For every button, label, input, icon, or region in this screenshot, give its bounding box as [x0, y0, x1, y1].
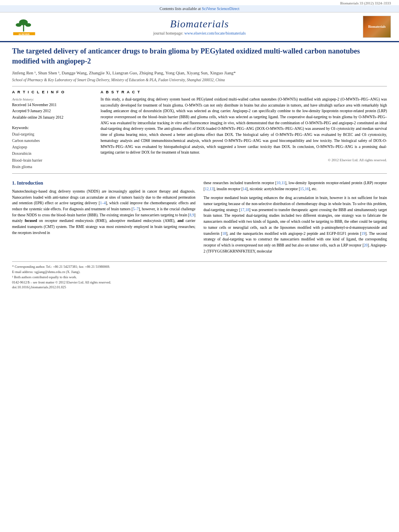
body-section: 1. Introduction Nanotechnology-based dru… [12, 180, 387, 258]
article-info-abstract-section: A R T I C L E I N F O Article history: R… [12, 90, 387, 170]
keyword-5: Blood–brain barrier [12, 157, 93, 164]
journal-title-area: Biomaterials journal homepage: www.elsev… [40, 18, 359, 35]
keywords-block: Keywords: Dual-targeting Carbon nanotube… [12, 125, 93, 170]
copyright-line: © 2012 Elsevier Ltd. All rights reserved… [101, 158, 387, 162]
abstract-heading: A B S T R A C T [101, 90, 387, 94]
journal-cover-image: Biomaterials [363, 16, 391, 38]
accepted-date: Accepted 9 January 2012 [12, 108, 93, 114]
journal-reference: Biomaterials 33 (2012) 3324–3333 [0, 0, 399, 5]
abstract-column: A B S T R A C T In this study, a dual-ta… [101, 90, 387, 170]
sciverse-banner: Contents lists available at SciVerse Sci… [0, 5, 399, 12]
elsevier-logo-area: ELSEVIER [8, 17, 40, 37]
abstract-text: In this study, a dual-targeting drug del… [101, 97, 387, 156]
footnote-corresponding: * Corresponding author. Tel.: +86 21 542… [12, 264, 387, 269]
keyword-6: Brain glioma [12, 164, 93, 170]
history-label: Article history: [12, 97, 93, 102]
intro-left-col: 1. Introduction Nanotechnology-based dru… [12, 180, 195, 258]
homepage-label: journal homepage: [153, 31, 183, 35]
cover-text: Biomaterials [368, 25, 386, 29]
available-date: Available online 26 January 2012 [12, 115, 93, 121]
homepage-link[interactable]: www.elsevier.com/locate/biomaterials [184, 31, 246, 35]
elsevier-logo-icon: ELSEVIER [10, 17, 38, 37]
article-history: Article history: Received 14 November 20… [12, 97, 93, 121]
journal-header: ELSEVIER Biomaterials journal homepage: … [0, 12, 399, 42]
journal-homepage: journal homepage: www.elsevier.com/locat… [40, 31, 359, 35]
contents-text: Contents lists available at [160, 6, 201, 11]
journal-ref-text: Biomaterials 33 (2012) 3324–3333 [340, 1, 391, 5]
header-divider [12, 86, 387, 86]
article-info-column: A R T I C L E I N F O Article history: R… [12, 90, 93, 170]
journal-title: Biomaterials [40, 18, 359, 30]
email-address: xgjiang@shmu.edu.cn (X. Jiang). [34, 270, 80, 274]
intro-heading: 1. Introduction [12, 180, 195, 186]
intro-right-col: these researches included transferrin re… [204, 180, 387, 258]
keywords-label: Keywords: [12, 125, 93, 131]
footnotes-section: * Corresponding author. Tel.: +86 21 542… [12, 261, 387, 290]
intro-two-col: 1. Introduction Nanotechnology-based dru… [12, 180, 387, 258]
svg-point-4 [25, 23, 31, 27]
svg-text:ELSEVIER: ELSEVIER [19, 33, 30, 35]
keyword-4: Doxorubicin [12, 150, 93, 157]
intro-paragraph-right-1: these researches included transferrin re… [204, 180, 387, 192]
affiliation-line: School of Pharmacy & Key Laboratory of S… [12, 78, 387, 82]
footnote-equal-contrib: ¹ Both authors contributed equally to th… [12, 275, 387, 280]
footnote-doi: doi:10.1016/j.biomaterials.2012.01.025 [12, 285, 387, 290]
footnote-doi-line: 0142-9612/$ – see front matter © 2012 El… [12, 280, 387, 285]
content-area: The targeted delivery of anticancer drug… [0, 42, 399, 298]
email-label: E-mail address: [12, 270, 33, 274]
sciverse-link[interactable]: SciVerse ScienceDirect [202, 6, 240, 11]
received-date: Received 14 November 2011 [12, 102, 93, 108]
journal-cover-area: Biomaterials [359, 16, 391, 38]
footnote-email: E-mail address: xgjiang@shmu.edu.cn (X. … [12, 269, 387, 275]
svg-point-3 [16, 23, 22, 27]
article-info-heading: A R T I C L E I N F O [12, 90, 93, 94]
keyword-1: Dual-targeting [12, 131, 93, 138]
article-title: The targeted delivery of anticancer drug… [12, 46, 387, 66]
body-divider [12, 173, 387, 174]
intro-paragraph-1: Nanotechnology-based drug delivery syste… [12, 189, 195, 236]
authors-line: Jinfeng Ren ¹, Shun Shen ¹, Dangge Wang,… [12, 70, 387, 76]
keyword-3: Angiopep [12, 144, 93, 150]
intro-paragraph-right-2: The receptor mediated brain targeting en… [204, 195, 387, 254]
keyword-2: Carbon nanotubes [12, 138, 93, 144]
